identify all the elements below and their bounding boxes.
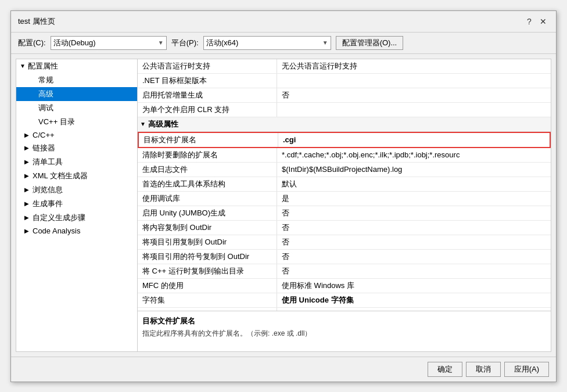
- cancel-button[interactable]: 取消: [466, 362, 501, 377]
- prop-value: [277, 74, 551, 88]
- cpp-triangle-icon: ▶: [24, 132, 33, 138]
- prop-value: 否: [277, 250, 551, 264]
- prop-value: *.cdf;*.cache;*.obj;*.obj.enc;*.ilk;*.ip…: [277, 148, 551, 162]
- prop-name: 首选的生成工具体系结构: [138, 177, 277, 191]
- sidebar-item-vcpp[interactable]: VC++ 目录: [16, 115, 137, 129]
- prop-row-clr-single[interactable]: 为单个文件启用 CLR 支持: [138, 103, 551, 117]
- properties-table: 公共语言运行时支持 无公共语言运行时支持 .NET 目标框架版本 启用托管增量生…: [138, 59, 551, 311]
- sidebar-item-general[interactable]: 常规: [16, 73, 137, 87]
- config-bar: 配置(C): 活动(Debug) ▼ 平台(P): 活动(x64) ▼ 配置管理…: [11, 33, 556, 54]
- prop-name: 将项目引用的符号复制到 OutDir: [138, 250, 277, 264]
- prop-value: 无公共语言运行时支持: [277, 59, 551, 73]
- platform-label: 平台(P):: [171, 38, 199, 48]
- sidebar-item-custom-build[interactable]: ▶ 自定义生成步骤: [16, 211, 137, 225]
- sidebar-item-manifest[interactable]: ▶ 清单工具: [16, 155, 137, 169]
- sidebar-item-debug[interactable]: 调试: [16, 101, 137, 115]
- ok-button[interactable]: 确定: [428, 362, 462, 377]
- sidebar-label-browse: 浏览信息: [33, 185, 63, 195]
- section-title: 高级属性: [148, 119, 178, 130]
- prop-name: 公共语言运行时支持: [138, 59, 277, 73]
- prop-row-copy-proj-refs[interactable]: 将项目引用复制到 OutDir 否: [138, 235, 551, 250]
- help-button[interactable]: ?: [523, 16, 535, 27]
- section-triangle-icon: ▼: [140, 121, 146, 127]
- prop-name: .NET 目标框架版本: [138, 74, 277, 88]
- apply-button[interactable]: 应用(A): [504, 362, 549, 377]
- sidebar: ▼ 配置属性 常规 高级 调试 VC++ 目录 ▶ C/C++: [16, 59, 138, 352]
- platform-arrow-icon: ▼: [322, 39, 328, 46]
- prop-value: 默认: [277, 177, 551, 191]
- close-button[interactable]: ✕: [537, 16, 549, 27]
- prop-row-toolset-arch[interactable]: 首选的生成工具体系结构 默认: [138, 177, 551, 192]
- title-controls: ? ✕: [523, 16, 549, 27]
- sidebar-item-linker[interactable]: ▶ 链接器: [16, 141, 137, 155]
- prop-name: 为单个文件启用 CLR 支持: [138, 103, 277, 117]
- config-value: 活动(Debug): [53, 38, 96, 48]
- prop-row-debug-libs[interactable]: 使用调试库 是: [138, 192, 551, 206]
- sidebar-item-code-analysis[interactable]: ▶ Code Analysis: [16, 225, 137, 237]
- prop-row-copy-content[interactable]: 将内容复制到 OutDir 否: [138, 221, 551, 235]
- prop-name: 清除时要删除的扩展名: [138, 148, 277, 162]
- dialog-title: test 属性页: [18, 16, 55, 27]
- content-area: 公共语言运行时支持 无公共语言运行时支持 .NET 目标框架版本 启用托管增量生…: [138, 59, 551, 352]
- sidebar-label-vcpp: VC++ 目录: [38, 117, 75, 127]
- description-text: 指定此程序将具有的文件扩展名。（示例: .exe 或 .dll）: [142, 329, 546, 339]
- sidebar-item-build-events[interactable]: ▶ 生成事件: [16, 197, 137, 211]
- prop-value: $(IntDir)$(MSBuildProjectName).log: [277, 163, 551, 177]
- prop-row-mfc[interactable]: MFC 的使用 使用标准 Windows 库: [138, 279, 551, 293]
- prop-row-unity[interactable]: 启用 Unity (JUMBO)生成 否: [138, 206, 551, 221]
- prop-name: 启用托管增量生成: [138, 88, 277, 102]
- sidebar-label-code-analysis: Code Analysis: [33, 226, 80, 235]
- platform-dropdown[interactable]: 活动(x64) ▼: [203, 36, 331, 50]
- config-manager-button[interactable]: 配置管理器(O)...: [336, 36, 404, 50]
- prop-value: 否: [277, 235, 551, 249]
- footer: 确定 取消 应用(A): [11, 357, 556, 382]
- prop-row-build-log[interactable]: 生成日志文件 $(IntDir)$(MSBuildProjectName).lo…: [138, 163, 551, 177]
- config-dropdown[interactable]: 活动(Debug) ▼: [51, 36, 167, 50]
- prop-name: 目标文件扩展名: [139, 133, 278, 147]
- prop-value: 否: [277, 206, 551, 220]
- xml-triangle-icon: ▶: [24, 172, 33, 179]
- prop-row-charset[interactable]: 字符集 使用 Unicode 字符集: [138, 293, 551, 308]
- root-triangle-icon: ▼: [20, 63, 28, 69]
- prop-row-clean-ext[interactable]: 清除时要删除的扩展名 *.cdf;*.cache;*.obj;*.obj.enc…: [138, 148, 551, 163]
- sidebar-label-xml: XML 文档生成器: [33, 171, 88, 181]
- custom-build-triangle-icon: ▶: [24, 214, 33, 221]
- prop-name: 将 C++ 运行时复制到输出目录: [138, 264, 277, 278]
- sidebar-label-manifest: 清单工具: [33, 157, 63, 167]
- prop-value: [277, 103, 551, 117]
- sidebar-item-browse[interactable]: ▶ 浏览信息: [16, 183, 137, 197]
- properties-dialog: test 属性页 ? ✕ 配置(C): 活动(Debug) ▼ 平台(P): 活…: [10, 10, 557, 382]
- advanced-section-header[interactable]: ▼ 高级属性: [138, 117, 551, 132]
- prop-name: 将内容复制到 OutDir: [138, 221, 277, 235]
- prop-name: 启用 Unity (JUMBO)生成: [138, 206, 277, 220]
- prop-name: 生成日志文件: [138, 163, 277, 177]
- prop-name: 将项目引用复制到 OutDir: [138, 235, 277, 249]
- sidebar-item-cpp[interactable]: ▶ C/C++: [16, 129, 137, 141]
- prop-row-copy-runtime[interactable]: 将 C++ 运行时复制到输出目录 否: [138, 264, 551, 279]
- linker-triangle-icon: ▶: [24, 145, 33, 151]
- platform-value: 活动(x64): [206, 38, 239, 48]
- sidebar-item-xml[interactable]: ▶ XML 文档生成器: [16, 169, 137, 183]
- description-title: 目标文件扩展名: [142, 316, 546, 326]
- config-label: 配置(C):: [18, 38, 46, 48]
- sidebar-label-custom-build: 自定义生成步骤: [33, 213, 85, 223]
- prop-row-incremental[interactable]: 启用托管增量生成 否: [138, 88, 551, 103]
- prop-row-dotnet[interactable]: .NET 目标框架版本: [138, 74, 551, 88]
- prop-value: 否: [277, 88, 551, 102]
- prop-value: 使用标准 Windows 库: [277, 279, 551, 293]
- config-arrow-icon: ▼: [158, 39, 164, 46]
- prop-row-copy-proj-sym[interactable]: 将项目引用的符号复制到 OutDir 否: [138, 250, 551, 264]
- prop-value: .cgi: [278, 133, 550, 147]
- prop-value: 是: [277, 192, 551, 206]
- prop-name: 字符集: [138, 293, 277, 307]
- prop-row-clr[interactable]: 公共语言运行时支持 无公共语言运行时支持: [138, 59, 551, 74]
- prop-value: 否: [277, 221, 551, 235]
- prop-row-target-ext[interactable]: 目标文件扩展名 .cgi: [138, 132, 551, 148]
- sidebar-item-advanced[interactable]: 高级: [16, 87, 137, 101]
- browse-triangle-icon: ▶: [24, 186, 33, 193]
- sidebar-label-advanced: 高级: [38, 89, 53, 99]
- sidebar-label-cpp: C/C++: [33, 131, 55, 139]
- manifest-triangle-icon: ▶: [24, 159, 33, 165]
- sidebar-root[interactable]: ▼ 配置属性: [16, 59, 137, 73]
- sidebar-label-debug: 调试: [38, 103, 53, 113]
